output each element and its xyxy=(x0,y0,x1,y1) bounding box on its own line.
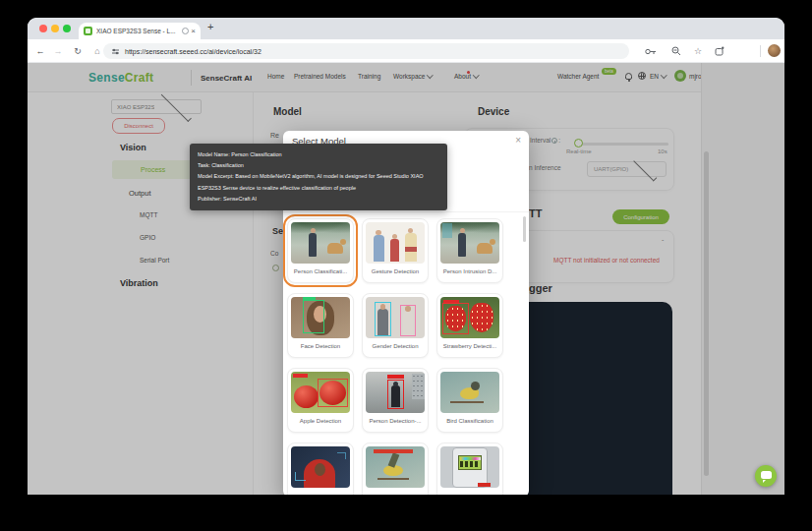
model-grid: Person Classificati...Gesture DetectionP… xyxy=(287,218,503,495)
toolbar-divider xyxy=(760,45,761,57)
browser-profile-avatar[interactable] xyxy=(768,44,781,57)
art-hoodie-thumbnail xyxy=(291,446,350,488)
art-gender-thumbnail xyxy=(366,297,425,338)
tooltip-line: Model Name: Person Classification xyxy=(198,149,439,160)
model-card[interactable]: Person Intrusion D... xyxy=(436,218,503,283)
art-apple-thumbnail xyxy=(291,372,350,413)
browser-window: XIAO ESP32S3 Sense - L... × + ← → ↻ ⌂ ht… xyxy=(28,18,784,495)
tab-close-icon[interactable]: × xyxy=(191,28,196,35)
model-card[interactable]: Gender Detection xyxy=(362,293,429,358)
zoom-out-icon[interactable] xyxy=(671,46,681,56)
model-card[interactable]: Apple Detection xyxy=(287,368,354,433)
model-card-label: Person Intrusion D... xyxy=(440,268,499,274)
bookmark-star-icon[interactable]: ☆ xyxy=(690,39,706,62)
art-bird2-thumbnail xyxy=(366,446,425,488)
tooltip-line: Task: Classification xyxy=(198,160,439,171)
browser-toolbar: ← → ↻ ⌂ https://sensecraft.seeed.cc/ai/d… xyxy=(28,39,784,63)
art-meter-thumbnail xyxy=(440,446,499,488)
address-bar[interactable]: https://sensecraft.seeed.cc/ai/device/lo… xyxy=(103,43,629,59)
model-card-label: Gesture Detection xyxy=(366,268,425,274)
reload-icon[interactable]: ↻ xyxy=(70,39,86,62)
chat-fab-button[interactable] xyxy=(755,465,777,487)
model-card-label: Person Detection-... xyxy=(366,418,425,424)
maximize-window-button[interactable] xyxy=(63,25,71,32)
close-window-button[interactable] xyxy=(39,25,47,32)
new-tab-button[interactable]: + xyxy=(207,21,213,32)
modal-scrollbar[interactable] xyxy=(523,216,526,242)
model-card[interactable]: Bird Classification xyxy=(436,368,503,433)
model-card[interactable] xyxy=(362,442,429,495)
model-card[interactable]: Gesture Detection xyxy=(362,218,429,283)
model-card-label: Strawberry Detecti... xyxy=(440,343,499,349)
sensecraft-favicon-icon xyxy=(84,27,92,35)
model-card[interactable] xyxy=(436,442,503,495)
model-card[interactable]: Person Classificati... xyxy=(287,218,354,283)
model-card-label: Apple Detection xyxy=(291,418,350,424)
art-street2-thumbnail xyxy=(440,222,499,264)
art-person-det-thumbnail xyxy=(366,372,425,413)
model-card[interactable]: Person Detection-... xyxy=(362,368,429,433)
model-tooltip: Model Name: Person Classification Task: … xyxy=(190,144,447,210)
tab-strip: XIAO ESP32S3 Sense - L... × + xyxy=(28,18,784,39)
tab-title: XIAO ESP32S3 Sense - L... xyxy=(96,28,180,34)
tab-memory-icon xyxy=(182,28,189,34)
site-info-icon[interactable] xyxy=(111,47,120,56)
url-text: https://sensecraft.seeed.cc/ai/device/lo… xyxy=(125,48,261,55)
art-kids-thumbnail xyxy=(366,222,425,264)
model-card-label: Person Classificati... xyxy=(291,268,350,274)
model-card-label: Gender Detection xyxy=(366,343,425,349)
modal-divider xyxy=(283,211,529,212)
back-icon[interactable]: ← xyxy=(32,39,48,62)
art-face-thumbnail xyxy=(291,297,350,338)
tooltip-line: Publisher: SenseCraft AI xyxy=(198,194,439,205)
tooltip-line: ESP32S3 Sense device to realize effectiv… xyxy=(198,183,439,194)
modal-close-icon[interactable]: × xyxy=(515,135,521,146)
extensions-icon[interactable] xyxy=(715,46,725,56)
art-straw-thumbnail xyxy=(440,297,499,338)
model-card-label: Face Detection xyxy=(291,343,350,349)
browser-tab[interactable]: XIAO ESP32S3 Sense - L... × xyxy=(79,23,201,39)
model-card[interactable]: Strawberry Detecti... xyxy=(436,293,503,358)
tooltip-line: Model Excerpt: Based on MobileNetV2 algo… xyxy=(198,171,439,182)
art-bird-thumbnail xyxy=(440,372,499,413)
model-card[interactable]: Face Detection xyxy=(287,293,354,358)
minimize-window-button[interactable] xyxy=(51,25,59,32)
art-street-thumbnail xyxy=(291,222,350,264)
page-content: SenseCraft SenseCraft AI Home Pretrained… xyxy=(28,63,784,495)
model-card-label: Bird Classification xyxy=(440,418,499,424)
password-key-icon[interactable] xyxy=(645,47,657,56)
model-card[interactable] xyxy=(287,442,354,495)
forward-icon[interactable]: → xyxy=(50,39,66,62)
